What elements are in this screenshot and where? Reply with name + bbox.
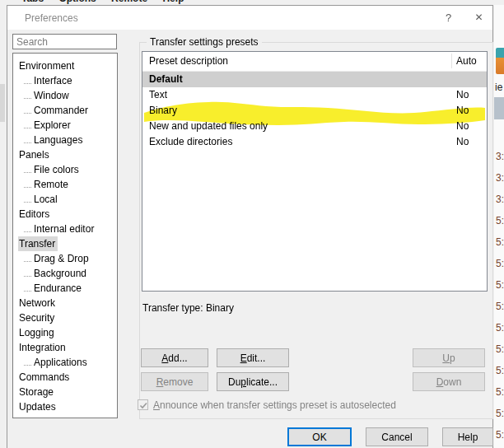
preset-row-text[interactable]: TextNo (142, 87, 487, 103)
tree-item-label: Panels (18, 147, 52, 162)
background-menu-fragment: Tabs Options Remote Help (21, 0, 184, 4)
tree-item-storage[interactable]: Storage (13, 385, 117, 399)
tree-item-remote[interactable]: Remote (13, 177, 117, 192)
background-time-fragment: 5: (496, 215, 504, 226)
preferences-dialog: Preferences ? ✕ EnvironmentInterfaceWind… (7, 5, 493, 448)
tree-item-label: Commands (18, 370, 72, 385)
tree-item-updates[interactable]: Updates (13, 399, 117, 414)
background-toolbar-icon-fragment (496, 48, 504, 74)
tree-connector (24, 168, 31, 173)
tree-connector (24, 361, 31, 366)
tree-item-label: Languages (33, 133, 85, 147)
ok-button[interactable]: OK (287, 427, 352, 446)
background-left-sliver (0, 5, 7, 448)
duplicate-button[interactable]: Duplicate... (217, 372, 289, 391)
column-header-auto[interactable]: Auto (456, 55, 477, 67)
tree-item-label: Logging (18, 325, 57, 340)
background-time-fragment: 5: (496, 408, 504, 419)
groupbox-title: Transfer settings presets (147, 36, 262, 48)
tree-item-logging[interactable]: Logging (13, 325, 117, 340)
background-time-fragment: 5: (496, 365, 504, 376)
tree-item-label: Updates (18, 399, 58, 414)
preset-auto-value: No (456, 119, 469, 134)
tree-item-endurance[interactable]: Endurance (13, 281, 117, 296)
tree-connector (24, 183, 31, 188)
background-time-fragment: 5: (496, 386, 504, 398)
tree-item-transfer[interactable]: Transfer (13, 236, 117, 251)
checkbox-checked-disabled-icon (138, 399, 148, 410)
tree-item-languages[interactable]: Languages (13, 133, 117, 147)
tree-item-commander[interactable]: Commander (13, 103, 117, 118)
preset-list[interactable]: Preset description Auto DefaultTextNoBin… (142, 51, 488, 292)
tree-item-drag-drop[interactable]: Drag & Drop (13, 251, 117, 266)
tree-item-label: Interface (33, 73, 75, 88)
preset-row-exclude-directories[interactable]: Exclude directoriesNo (142, 134, 487, 150)
background-time-fragment: 5: (496, 236, 504, 248)
preset-description: New and updated files only (149, 119, 268, 134)
tree-item-window[interactable]: Window (13, 88, 117, 103)
background-panel-header-fragment (494, 97, 504, 119)
tree-connector (24, 109, 31, 114)
tree-connector (24, 79, 31, 84)
tree-item-integration[interactable]: Integration (13, 340, 117, 355)
dialog-title: Preferences (25, 12, 78, 24)
tree-item-label: Remote (33, 177, 71, 192)
up-button: Up (413, 348, 485, 367)
background-time-fragment: 3: (496, 172, 504, 184)
tree-item-label: Window (33, 88, 72, 103)
tree-item-label: Drag & Drop (33, 251, 91, 266)
preset-auto-value: No (456, 134, 469, 150)
tree-connector (24, 94, 31, 99)
tree-item-environment[interactable]: Environment (13, 58, 117, 73)
tree-item-label: Network (18, 296, 58, 310)
tree-item-label: Applications (33, 355, 90, 370)
tree-item-label: Security (18, 310, 57, 325)
tree-item-network[interactable]: Network (13, 296, 117, 310)
dialog-titlebar: Preferences ? ✕ (7, 6, 492, 30)
tree-item-label: Environment (18, 58, 77, 73)
tree-item-file-colors[interactable]: File colors (13, 162, 117, 177)
remove-button: Remove (141, 372, 208, 391)
close-icon[interactable]: ✕ (465, 6, 492, 30)
tree-item-panels[interactable]: Panels (13, 147, 117, 162)
announce-checkbox-row: Announce when transfer settings preset i… (138, 399, 396, 413)
background-time-fragment: 3: (496, 151, 504, 162)
preset-description: Text (149, 87, 167, 103)
tree-item-label: Editors (18, 207, 52, 222)
background-time-fragment: 5: (496, 343, 504, 355)
tree-item-label: Transfer (18, 236, 58, 251)
tree-item-security[interactable]: Security (13, 310, 117, 325)
tree-connector (24, 272, 31, 277)
tree-item-applications[interactable]: Applications (13, 355, 117, 370)
tree-item-label: Internal editor (33, 222, 96, 236)
background-time-fragment: 5: (496, 279, 504, 291)
column-header-preset-description[interactable]: Preset description (149, 55, 228, 67)
preset-row-default[interactable]: Default (142, 72, 487, 87)
tree-item-label: Explorer (33, 118, 73, 133)
tree-item-local[interactable]: Local (13, 192, 117, 207)
tree-item-editors[interactable]: Editors (13, 207, 117, 222)
preset-row-binary[interactable]: BinaryNo (142, 103, 487, 119)
preset-description: Default (149, 72, 183, 87)
tree-item-internal-editor[interactable]: Internal editor (13, 222, 117, 236)
preset-list-header[interactable]: Preset description Auto (142, 52, 487, 72)
preset-row-new-and-updated-files-only[interactable]: New and updated files onlyNo (142, 119, 487, 134)
search-input[interactable] (12, 34, 117, 49)
preset-description: Binary (149, 103, 177, 119)
background-right-sliver: ie 3:3:3:5:5:5:5:5:5:5:5:5:5:5: (494, 5, 504, 448)
tree-item-explorer[interactable]: Explorer (13, 118, 117, 133)
preset-description: Exclude directories (149, 134, 232, 150)
tree-item-label: Background (33, 266, 89, 281)
add-button[interactable]: Add... (141, 348, 208, 367)
edit-button[interactable]: Edit... (217, 348, 289, 367)
tree-item-background[interactable]: Background (13, 266, 117, 281)
tree-connector (24, 198, 31, 203)
help-button[interactable]: Help (442, 427, 493, 446)
tree-item-commands[interactable]: Commands (13, 370, 117, 385)
tree-item-label: Local (33, 192, 60, 207)
tree-item-interface[interactable]: Interface (13, 73, 117, 88)
tree-item-label: Commander (33, 103, 91, 118)
cancel-button[interactable]: Cancel (366, 427, 428, 446)
tree-connector (24, 287, 31, 292)
help-titlebar-button[interactable]: ? (435, 6, 462, 30)
